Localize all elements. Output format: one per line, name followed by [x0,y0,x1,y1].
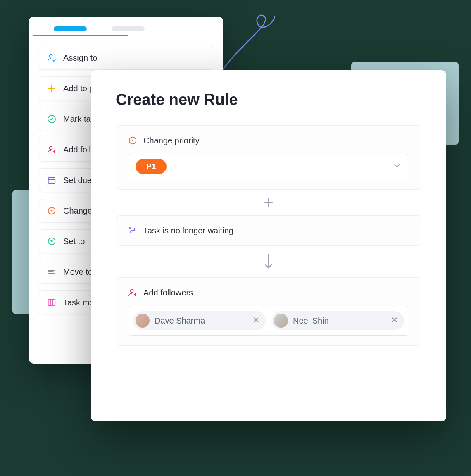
rule-step-label: Task is no longer waiting [143,226,233,236]
svg-point-8 [131,290,133,293]
rule-step-header: Change priority [128,136,409,145]
follower-name: Dave Sharma [155,316,247,326]
priority-icon [47,206,57,216]
add-follower-icon [47,145,57,155]
rule-step-label: Add followers [143,288,193,298]
action-label: Mark tas [63,114,95,124]
follower-name: Neel Shin [293,316,386,326]
create-rule-panel: Create new Rule Change priority P1 Task … [91,70,446,421]
tab-active[interactable] [54,26,87,31]
rule-step-priority: Change priority P1 [116,125,421,190]
rule-step-followers: Add followers Dave Sharma Neel Shin [116,277,421,346]
rule-step-header: Add followers [128,288,409,298]
priority-select[interactable]: P1 [128,154,409,179]
followers-input[interactable]: Dave Sharma Neel Shin [128,306,409,336]
tab-inactive[interactable] [112,26,145,31]
move-to-icon [47,267,57,277]
set-to-icon [47,236,57,246]
board-icon [47,298,57,307]
svg-rect-6 [48,300,55,306]
calendar-icon [47,175,57,185]
avatar [274,314,288,328]
check-circle-icon [47,114,57,124]
add-follower-icon [128,288,138,298]
action-label: Assign to [63,53,97,63]
action-assign-to[interactable]: Assign to [39,46,213,70]
assign-icon [47,53,57,63]
flow-arrow-icon [116,246,421,277]
follower-chip: Neel Shin [271,311,404,330]
priority-icon [128,136,138,145]
rule-step-label: Change priority [143,136,200,145]
action-label: Add to p [63,84,94,93]
follower-chip: Dave Sharma [133,311,266,330]
svg-point-0 [50,55,52,57]
plus-icon [47,83,57,93]
rule-step-header: Task is no longer waiting [128,226,409,236]
tab-underline [33,35,128,36]
svg-point-2 [50,147,52,150]
priority-badge: P1 [136,159,167,174]
avatar [136,314,150,328]
rule-step-waiting[interactable]: Task is no longer waiting [116,215,421,246]
remove-chip-button[interactable] [391,316,398,326]
panel-title: Create new Rule [116,91,421,109]
action-label: Move to [63,267,93,277]
chevron-down-icon [392,161,402,172]
add-step-button[interactable] [116,190,421,215]
svg-rect-3 [48,178,55,184]
action-label: Set to [63,237,85,246]
tabs [29,26,223,31]
waiting-icon [128,226,138,236]
remove-chip-button[interactable] [252,316,260,326]
